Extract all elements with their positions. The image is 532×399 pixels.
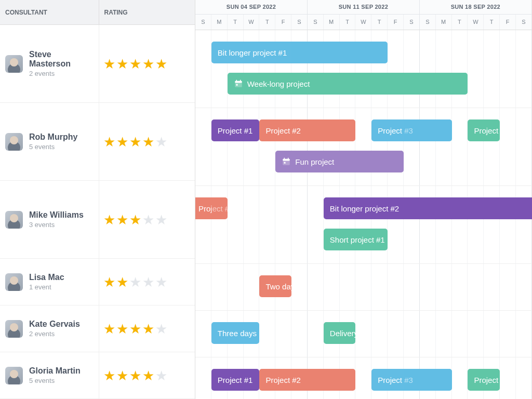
rating-cell[interactable]: ★★★★★ [99,259,195,305]
track-row: Project #1Bit longer project #2Short pro… [195,186,532,264]
event-label: Week-long project [247,79,310,88]
event-bar[interactable]: Project #2 [259,369,355,391]
svg-rect-3 [240,80,241,82]
day-header[interactable]: T [259,15,275,30]
rating-cell[interactable]: ★★★★★ [99,25,195,102]
event-buffer[interactable] [324,369,356,391]
day-header[interactable]: W [355,15,371,30]
event-buffer[interactable] [404,119,452,141]
consultant-cell: Steve Masterson2 events [0,44,99,84]
star-icon: ★ [103,369,115,382]
star-icon: ★ [142,369,154,382]
day-header[interactable]: T [484,15,500,30]
event-bar[interactable]: Short project #1 [324,229,388,250]
rating-cell[interactable]: ★★★★★ [99,103,195,180]
event-bar[interactable]: Bit longer project #1 [211,42,388,63]
week-label[interactable]: SUN 18 SEP 2022 [420,0,531,15]
consultant-event-count: 5 events [29,143,77,151]
scheduler-app: CONSULTANT RATING Steve Masterson2 event… [0,0,532,399]
event-bar[interactable]: Bit longer project #2 [324,197,532,219]
event-bar[interactable]: Three days [211,322,260,344]
consultant-row[interactable]: Gloria Martin5 events★★★★★ [0,352,195,399]
event-label: Fun project [295,157,334,166]
column-header-rating[interactable]: RATING [99,0,195,24]
avatar [5,320,23,338]
event-buffer[interactable] [211,197,228,219]
day-header[interactable]: M [324,15,340,30]
svg-rect-2 [236,80,237,82]
day-header[interactable]: S [195,15,211,30]
day-header[interactable]: M [436,15,452,30]
star-icon: ★ [116,369,128,382]
consultant-row[interactable]: Lisa Mac1 event★★★★★ [0,259,195,305]
star-icon: ★ [116,135,128,149]
day-header[interactable]: W [244,15,260,30]
event-buffer[interactable] [340,151,404,172]
event-bar[interactable]: Delivery [324,322,356,344]
event-buffer[interactable] [291,42,388,63]
event-bar[interactable]: Fun project [275,151,404,172]
event-label: Project #1 [218,126,253,135]
event-label: Delivery [330,329,356,338]
day-header[interactable]: F [275,15,291,30]
event-bar[interactable]: Two days [259,275,291,297]
event-bar[interactable]: Project #3 [371,119,451,141]
week-label[interactable]: SUN 04 SEP 2022 [195,0,307,15]
day-header[interactable]: T [340,15,356,30]
event-bar[interactable]: Project #3 [371,369,451,391]
event-buffer[interactable] [404,369,452,391]
consultant-row[interactable]: Steve Masterson2 events★★★★★ [0,25,195,103]
week-column: SUN 11 SEP 2022SMTWTFS [308,0,420,30]
star-icon: ★ [129,57,141,71]
column-header-consultant[interactable]: CONSULTANT [0,9,99,16]
consultant-name: Kate Gervais [29,320,80,329]
event-label: Bit longer project #2 [330,204,399,213]
star-icon: ★ [103,135,115,149]
consultant-cell: Mike Williams3 events [0,204,99,235]
svg-rect-8 [288,158,289,160]
timeline-panel[interactable]: SUN 04 SEP 2022SMTWTFSSUN 11 SEP 2022SMT… [195,0,532,399]
event-bar[interactable]: Week-long project [228,73,468,95]
event-buffer[interactable] [324,119,356,141]
svg-rect-4 [236,84,237,86]
event-bar[interactable]: Project #4 [468,119,500,141]
consultant-event-count: 3 events [29,221,84,229]
day-header[interactable]: S [420,15,436,30]
consultant-row[interactable]: Rob Murphy5 events★★★★★ [0,103,195,181]
event-bar[interactable]: Project #4 [468,369,500,391]
consultant-row[interactable]: Kate Gervais2 events★★★★★ [0,305,195,352]
event-bar[interactable]: Project #1 [195,197,228,219]
consultant-name: Rob Murphy [29,132,77,142]
day-header[interactable]: S [516,15,531,30]
day-header[interactable]: T [452,15,468,30]
event-buffer[interactable] [340,73,468,95]
day-header[interactable]: F [500,15,516,30]
rating-cell[interactable]: ★★★★★ [99,352,195,398]
day-header[interactable]: F [388,15,404,30]
day-header[interactable]: S [291,15,307,30]
rating-cell[interactable]: ★★★★★ [99,305,195,352]
event-bar[interactable]: Project #1 [211,119,260,141]
star-icon: ★ [103,322,115,336]
star-icon: ★ [129,322,141,336]
avatar [5,133,23,151]
event-buffer[interactable] [436,197,532,219]
day-header[interactable]: W [468,15,484,30]
event-bar[interactable]: Project #1 [211,369,260,391]
star-icon: ★ [142,213,154,227]
event-bar[interactable]: Project #2 [259,119,355,141]
track-row: Two days [195,264,532,311]
rating-cell[interactable]: ★★★★★ [99,181,195,258]
day-header[interactable]: S [308,15,324,30]
week-label[interactable]: SUN 11 SEP 2022 [308,0,419,15]
star-icon: ★ [155,369,167,382]
consultant-cell: Lisa Mac1 event [0,267,99,297]
day-header[interactable]: M [211,15,228,30]
day-header[interactable]: T [371,15,388,30]
star-icon: ★ [103,57,115,71]
star-icon: ★ [155,135,167,149]
day-header[interactable]: S [404,15,419,30]
avatar [5,367,23,384]
consultant-row[interactable]: Mike Williams3 events★★★★★ [0,181,195,259]
day-header[interactable]: T [228,15,244,30]
